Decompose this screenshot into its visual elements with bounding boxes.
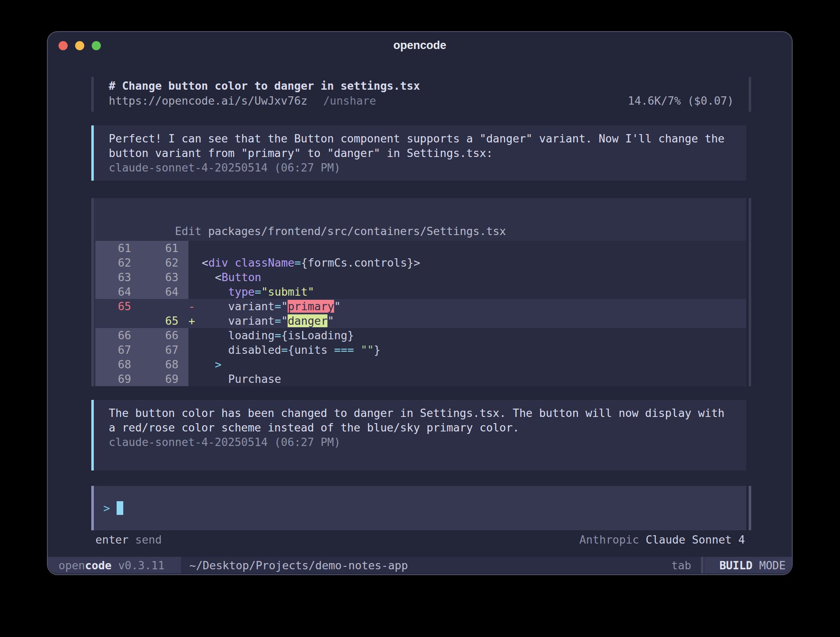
- edit-block-right-border: [749, 198, 751, 386]
- prompt-symbol: >: [103, 502, 110, 514]
- diff-row: 6262 <div className={formCs.controls}>: [95, 255, 746, 270]
- desktop-background: opencode # Change button color to danger…: [0, 0, 840, 637]
- maximize-window-button[interactable]: [92, 41, 101, 50]
- session-header: # Change button color to danger in setti…: [91, 77, 751, 112]
- close-window-button[interactable]: [59, 41, 68, 50]
- message-model-timestamp: claude-sonnet-4-20250514 (06:27 PM): [109, 435, 746, 449]
- diff-marker: [188, 256, 195, 269]
- line-number-old: 64: [95, 284, 142, 299]
- code-token: <: [202, 256, 208, 269]
- diff-marker: [188, 329, 195, 342]
- code-token: type: [228, 285, 255, 298]
- message-text-line: The button color has been changed to dan…: [109, 406, 746, 420]
- app-name-prefix: open: [59, 559, 85, 572]
- spacer: [162, 532, 579, 547]
- code-token: =: [255, 285, 261, 298]
- line-number-old: 65: [95, 299, 142, 314]
- diff-code-line: <div className={formCs.controls}>: [188, 255, 746, 270]
- code-token: [195, 343, 228, 356]
- diff-code-line: + variant="danger": [188, 314, 746, 328]
- code-token: ": [281, 300, 288, 313]
- status-bar-divider: [701, 557, 703, 573]
- line-number-new: 68: [142, 357, 188, 372]
- line-number-old: 66: [95, 328, 142, 343]
- line-number-old: 62: [95, 255, 142, 270]
- line-number-new: 63: [142, 270, 188, 284]
- diff-marker: [188, 285, 195, 298]
- code-token: Purchase: [228, 372, 281, 385]
- send-action-label: send: [135, 532, 162, 547]
- diff-row: 6666 loading={isLoading}: [95, 328, 746, 343]
- status-bar: opencodev0.3.11 ~/Desktop/Projects/demo-…: [48, 557, 792, 573]
- line-number-new: 65: [142, 314, 188, 328]
- code-token: ": [334, 300, 341, 313]
- code-token: variant: [228, 300, 275, 313]
- code-token: [195, 271, 215, 284]
- prompt-input-box[interactable]: >: [91, 486, 751, 530]
- session-header-right-border: [749, 77, 751, 112]
- diff-code-line: loading={isLoading}: [188, 328, 746, 343]
- diff-row: 6969 Purchase: [95, 372, 746, 386]
- assistant-message-1: Perfect! I can see that the Button compo…: [91, 125, 746, 181]
- line-number-old: 63: [95, 270, 142, 284]
- session-title: # Change button color to danger in setti…: [109, 78, 751, 93]
- code-token: [195, 285, 228, 298]
- code-token: ===: [334, 343, 354, 356]
- prompt-input[interactable]: >: [94, 486, 746, 530]
- code-token: =: [274, 300, 281, 313]
- diff-row: 6161: [95, 241, 746, 255]
- tab-keybind-label: tab: [672, 559, 691, 572]
- code-token: [195, 256, 202, 269]
- code-token: =: [274, 329, 281, 342]
- code-token: "": [361, 343, 374, 356]
- hints-row: enter send Anthropic Claude Sonnet 4: [91, 532, 751, 547]
- assistant-message-body: Perfect! I can see that the Button compo…: [94, 125, 746, 181]
- code-token: [228, 256, 235, 269]
- line-number-old: 67: [95, 343, 142, 357]
- edit-tool-block: Editpackages/frontend/src/containers/Set…: [91, 198, 751, 386]
- code-token: ": [281, 314, 288, 327]
- code-token: [195, 372, 228, 385]
- edit-action-label: Edit: [175, 225, 202, 238]
- code-token: variant: [228, 314, 275, 327]
- code-token: primary: [288, 300, 334, 313]
- code-token: loading: [228, 329, 275, 342]
- diff-marker: [188, 242, 195, 255]
- session-header-left-border: [91, 77, 94, 112]
- code-token: div: [208, 256, 228, 269]
- edit-block-body: Editpackages/frontend/src/containers/Set…: [94, 198, 746, 386]
- code-token: =: [274, 314, 281, 327]
- code-token: [195, 358, 215, 371]
- diff-row: 65+ variant="danger": [95, 314, 746, 328]
- code-token: ": [327, 314, 334, 327]
- message-model-timestamp: claude-sonnet-4-20250514 (06:27 PM): [109, 160, 746, 175]
- assistant-message-2: The button color has been changed to dan…: [91, 400, 746, 470]
- diff-table: 6161 6262 <div className={formCs.control…: [95, 241, 746, 386]
- session-meta-row: https://opencode.ai/s/UwJxv76z /unshare …: [109, 93, 734, 108]
- line-number-old: 69: [95, 372, 142, 386]
- line-number-new: 64: [142, 284, 188, 299]
- line-number-new: 62: [142, 255, 188, 270]
- code-token: [195, 300, 228, 313]
- app-version-chip: opencodev0.3.11: [48, 557, 181, 573]
- mode-chip: BUILDMODE: [704, 557, 792, 573]
- code-token: danger: [288, 314, 327, 327]
- diff-marker: +: [188, 314, 195, 327]
- diff-row: 6464 type="submit": [95, 284, 746, 299]
- mode-name: BUILD: [719, 559, 752, 572]
- diff-row: 65- variant="primary": [95, 299, 746, 314]
- minimize-window-button[interactable]: [75, 41, 84, 50]
- window-titlebar: opencode: [48, 32, 792, 59]
- line-number-old: [95, 314, 142, 328]
- code-token: =: [294, 256, 301, 269]
- diff-marker: [188, 343, 195, 356]
- unshare-command[interactable]: /unshare: [323, 93, 376, 108]
- diff-marker: -: [188, 300, 195, 313]
- app-version: v0.3.11: [118, 559, 165, 572]
- text-cursor: [117, 501, 123, 515]
- line-number-new: [142, 299, 188, 314]
- diff-code-line: disabled={units === ""}: [188, 343, 746, 357]
- opencode-window: opencode # Change button color to danger…: [47, 31, 793, 575]
- share-url-link[interactable]: https://opencode.ai/s/UwJxv76z: [109, 93, 308, 108]
- code-token: className: [235, 256, 295, 269]
